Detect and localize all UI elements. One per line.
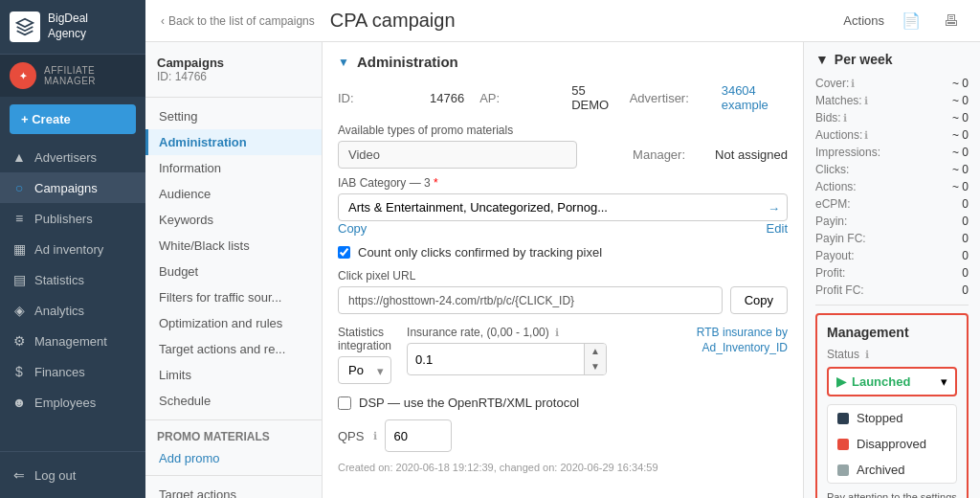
matches-info-icon[interactable]: ℹ <box>864 95 868 106</box>
left-panel-item-keywords[interactable]: Keywords <box>145 207 322 233</box>
logo-area: BigDeal Agency <box>0 0 145 55</box>
copy-link[interactable]: Copy <box>338 221 367 236</box>
advertiser-label: Advertiser: <box>630 91 706 105</box>
stat-payin-fc: Payin FC: 0 <box>815 232 969 245</box>
left-panel-item-budget[interactable]: Budget <box>145 259 322 284</box>
section-collapse-icon[interactable]: ▼ <box>338 56 349 69</box>
qps-label: QPS <box>338 429 364 443</box>
dsp-checkbox[interactable] <box>338 396 351 410</box>
stat-actions: Actions: ~ 0 <box>815 180 969 193</box>
stat-payout: Payout: 0 <box>815 249 969 262</box>
page-title: CPA campaign <box>330 10 456 32</box>
per-week-triangle: ▼ <box>815 52 829 67</box>
stat-payin: Payin: 0 <box>815 215 969 228</box>
sidebar-item-label: Publishers <box>34 212 93 226</box>
affiliate-label: AFFILIATE MANAGER <box>44 65 136 86</box>
logout-item[interactable]: ⇐ Log out <box>0 460 145 490</box>
rtb-link[interactable]: RTB insurance by Ad_Inventory_ID <box>622 326 788 355</box>
rtb-col: RTB insurance by Ad_Inventory_ID <box>622 326 788 357</box>
id-value: 14766 <box>430 91 464 105</box>
sidebar-item-analytics[interactable]: ◈ Analytics <box>0 295 145 326</box>
left-panel-item-setting[interactable]: Setting <box>145 103 322 129</box>
left-panel-item-white-black[interactable]: White/Black lists <box>145 233 322 259</box>
status-option-stopped[interactable]: Stopped <box>828 405 956 431</box>
sidebar-item-campaigns[interactable]: ○ Campaigns <box>0 172 145 203</box>
left-panel-item-target-actions[interactable]: Target actions and re... <box>145 336 322 362</box>
sidebar-item-label: Employees <box>34 396 96 410</box>
timestamp: Created on: 2020-06-18 19:12:39, changed… <box>338 462 788 473</box>
pixel-url-input[interactable] <box>338 286 723 314</box>
insurance-down-arrow[interactable]: ▼ <box>585 359 606 374</box>
archived-dot <box>837 464 849 476</box>
advertiser-link[interactable]: 34604 example <box>722 83 788 112</box>
left-panel-item-information[interactable]: Information <box>145 155 322 181</box>
print-icon-button[interactable]: 🖶 <box>938 9 965 34</box>
stat-clicks: Clicks: ~ 0 <box>815 163 969 176</box>
insurance-input[interactable] <box>408 347 584 373</box>
document-icon-button[interactable]: 📄 <box>896 8 926 34</box>
sidebar-item-employees[interactable]: ☻ Employees <box>0 387 145 418</box>
sidebar-item-publishers[interactable]: ≡ Publishers <box>0 203 145 234</box>
topbar-left: ‹ Back to the list of campaigns CPA camp… <box>161 10 456 32</box>
content-area: Campaigns ID: 14766 Setting Administrati… <box>145 42 980 498</box>
management-title: Management <box>827 325 957 340</box>
create-button[interactable]: Create <box>10 104 136 134</box>
iab-input[interactable] <box>338 193 788 221</box>
add-promo-link[interactable]: Add promo <box>145 447 322 469</box>
qps-input[interactable] <box>386 423 452 449</box>
left-panel-item-audience[interactable]: Audience <box>145 181 322 207</box>
status-info-icon[interactable]: ℹ <box>865 349 869 361</box>
logo-text: BigDeal Agency <box>48 11 88 41</box>
qps-info-icon[interactable]: ℹ <box>373 430 377 442</box>
stat-profit: Profit: 0 <box>815 266 969 280</box>
affiliate-icon: ✦ <box>10 62 36 89</box>
left-panel-item-schedule[interactable]: Schedule <box>145 388 322 414</box>
auctions-info-icon[interactable]: ℹ <box>864 129 868 141</box>
status-select[interactable]: ▶ Launched ▾ <box>827 367 957 396</box>
play-icon: ▶ <box>836 374 846 389</box>
management-icon: ⚙ <box>11 333 27 349</box>
campaign-label: Campaigns <box>157 56 310 70</box>
stats-select-wrap: Postback ▾ <box>338 356 391 384</box>
insurance-info-icon[interactable]: ℹ <box>555 327 559 339</box>
edit-link[interactable]: Edit <box>767 221 788 236</box>
middle-panel: ▼ Administration ID: 14766 AP: 55 DEMO A… <box>323 42 803 498</box>
status-option-disapproved[interactable]: Disapproved <box>828 431 956 457</box>
stat-bids: Bids:ℹ ~ 0 <box>815 111 969 124</box>
copy-edit-row: Copy Edit <box>338 221 788 236</box>
iab-arrow-icon[interactable]: → <box>768 200 780 215</box>
affiliate-section: ✦ AFFILIATE MANAGER <box>0 55 145 97</box>
tracking-pixel-checkbox[interactable] <box>338 246 350 259</box>
left-panel-item-target-actions2[interactable]: Target actions <box>145 482 322 498</box>
sidebar-item-label: Advertisers <box>34 150 97 165</box>
left-panel-item-administration[interactable]: Administration <box>145 129 322 155</box>
status-launched: ▶ Launched <box>836 374 910 389</box>
employees-icon: ☻ <box>11 395 27 410</box>
promo-section-label: Promo materials <box>145 426 322 447</box>
id-ap-row: ID: 14766 AP: 55 DEMO Advertiser: 34604 … <box>338 83 788 112</box>
bids-info-icon[interactable]: ℹ <box>843 112 847 124</box>
sidebar-item-ad-inventory[interactable]: ▦ Ad inventory <box>0 234 145 264</box>
insurance-up-arrow[interactable]: ▲ <box>585 344 606 359</box>
left-panel-item-optimization[interactable]: Optimization and rules <box>145 310 322 336</box>
publishers-icon: ≡ <box>11 211 27 226</box>
select-arrow-icon: ▾ <box>377 363 384 377</box>
sidebar-item-management[interactable]: ⚙ Management <box>0 326 145 356</box>
sidebar-item-statistics[interactable]: ▤ Statistics <box>0 264 145 295</box>
left-panel-item-filters[interactable]: Filters for traffic sour... <box>145 284 322 310</box>
left-panel-item-limits[interactable]: Limits <box>145 362 322 388</box>
status-option-archived[interactable]: Archived <box>828 457 956 483</box>
copy-url-button[interactable]: Copy <box>730 286 788 314</box>
logout-label: Log out <box>34 468 76 483</box>
sidebar-item-advertisers[interactable]: ▲ Advertisers <box>0 142 145 172</box>
cover-info-icon[interactable]: ℹ <box>851 78 855 89</box>
disapproved-dot <box>837 439 849 450</box>
stats-col: Statistics integration Postback ▾ <box>338 326 391 384</box>
left-panel-sep3 <box>145 475 322 476</box>
actions-button[interactable]: Actions <box>843 13 884 28</box>
sidebar-item-finances[interactable]: $ Finances <box>0 356 145 387</box>
left-panel-header: Campaigns ID: 14766 <box>145 52 322 91</box>
back-link[interactable]: ‹ Back to the list of campaigns <box>161 14 315 28</box>
promo-input[interactable] <box>338 141 577 169</box>
manager-value: Not assigned <box>715 147 788 162</box>
